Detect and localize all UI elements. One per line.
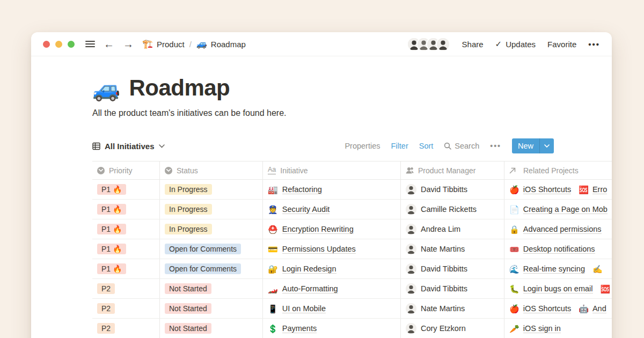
check-icon: ✓ bbox=[495, 39, 502, 49]
column-header-priority[interactable]: Priority bbox=[92, 161, 160, 179]
related-projects-cell[interactable]: 🎟️Desktop notifications bbox=[504, 239, 612, 259]
initiative-cell[interactable]: 💲Payments bbox=[263, 319, 401, 338]
breadcrumb-item-roadmap[interactable]: 🚙 Roadmap bbox=[196, 40, 246, 49]
product-manager-cell[interactable]: David Tibbitts bbox=[401, 279, 504, 298]
initiative-cell[interactable]: 🏭Refactoring bbox=[263, 180, 401, 199]
back-arrow-icon[interactable]: ← bbox=[104, 39, 114, 49]
table-row[interactable]: P1 🔥In Progress👮Security AuditCamille Ri… bbox=[92, 200, 612, 219]
priority-cell[interactable]: P1 🔥 bbox=[92, 239, 160, 259]
status-cell[interactable]: Not Started bbox=[160, 279, 263, 298]
related-project-link[interactable]: 🥕iOS sign in bbox=[509, 324, 561, 333]
product-manager-cell[interactable]: Nate Martins bbox=[401, 239, 504, 259]
status-cell[interactable]: Open for Comments bbox=[160, 239, 263, 259]
breadcrumb-item-product[interactable]: 🏗️ Product bbox=[142, 40, 185, 49]
column-header-status[interactable]: Status bbox=[160, 161, 263, 179]
table-row[interactable]: P2Not Started🏎️Auto-FormattingDavid Tibb… bbox=[92, 279, 612, 299]
initiative-link[interactable]: Auto-Formatting bbox=[282, 284, 338, 293]
initiative-link[interactable]: Encryption Rewriting bbox=[282, 225, 354, 234]
status-cell[interactable]: In Progress bbox=[160, 180, 263, 199]
related-project-link[interactable]: 🍎iOS Shortcuts bbox=[509, 304, 571, 313]
updates-button[interactable]: ✓ Updates bbox=[495, 39, 536, 49]
initiative-cell[interactable]: 🔐Login Redesign bbox=[263, 259, 401, 278]
initiative-cell[interactable]: 🏎️Auto-Formatting bbox=[263, 279, 401, 298]
status-cell[interactable]: Not Started bbox=[160, 299, 263, 318]
table-row[interactable]: P2Not Started💲PaymentsCory Etzkorn🥕iOS s… bbox=[92, 319, 612, 338]
table-row[interactable]: P1 🔥In Progress⛑️Encryption RewritingAnd… bbox=[92, 219, 612, 239]
collaborator-avatars[interactable] bbox=[407, 37, 450, 52]
related-project-link[interactable]: 🐛Login bugs on email bbox=[509, 284, 593, 293]
priority-cell[interactable]: P2 bbox=[92, 299, 160, 318]
more-options-icon[interactable]: ••• bbox=[588, 40, 600, 49]
priority-cell[interactable]: P1 🔥 bbox=[92, 219, 160, 239]
share-button[interactable]: Share bbox=[462, 40, 484, 49]
product-manager-cell[interactable]: David Tibbitts bbox=[401, 180, 504, 199]
priority-cell[interactable]: P2 bbox=[92, 279, 160, 298]
initiative-link[interactable]: Refactoring bbox=[282, 185, 322, 194]
forward-arrow-icon[interactable]: → bbox=[123, 39, 134, 49]
related-project-link[interactable]: 🌊Real-time syncing bbox=[509, 264, 585, 274]
initiative-link[interactable]: Security Audit bbox=[282, 205, 330, 214]
favorite-button[interactable]: Favorite bbox=[547, 40, 576, 49]
related-projects-cell[interactable]: 🥕iOS sign in bbox=[504, 319, 612, 338]
view-switcher[interactable]: All Initiatives bbox=[92, 142, 165, 151]
initiative-icon: 🏭 bbox=[268, 186, 278, 194]
initiative-link[interactable]: Login Redesign bbox=[282, 264, 336, 274]
related-projects-cell[interactable]: 🍎iOS Shortcuts🤖And bbox=[504, 299, 612, 318]
page-content: 🚙 Roadmap All the product team's initiat… bbox=[31, 76, 612, 154]
priority-cell[interactable]: P1 🔥 bbox=[92, 180, 160, 199]
sidebar-menu-icon[interactable] bbox=[85, 40, 95, 48]
related-project-link[interactable]: 🎟️Desktop notifications bbox=[509, 245, 595, 254]
table-row[interactable]: P1 🔥Open for Comments💳Permissions Update… bbox=[92, 239, 612, 259]
new-dropdown-icon[interactable] bbox=[539, 138, 554, 153]
page-icon-car[interactable]: 🚙 bbox=[92, 78, 120, 100]
status-cell[interactable]: In Progress bbox=[160, 219, 263, 239]
priority-cell[interactable]: P1 🔥 bbox=[92, 259, 160, 278]
product-manager-cell[interactable]: Cory Etzkorn bbox=[401, 319, 504, 338]
related-project-link[interactable]: 🔒Advanced permissions bbox=[509, 225, 602, 234]
product-manager-cell[interactable]: Camille Ricketts bbox=[401, 200, 504, 219]
sort-button[interactable]: Sort bbox=[419, 142, 434, 150]
product-manager-cell[interactable]: David Tibbitts bbox=[401, 259, 504, 278]
product-manager-cell[interactable]: Nate Martins bbox=[401, 299, 504, 318]
page-title-text[interactable]: Roadmap bbox=[129, 76, 230, 100]
new-button[interactable]: New bbox=[512, 138, 554, 153]
initiative-cell[interactable]: ⛑️Encryption Rewriting bbox=[263, 219, 401, 239]
related-projects-cell[interactable]: 📄Creating a Page on Mob bbox=[504, 200, 612, 219]
column-header-initiative[interactable]: Aa Initiative bbox=[263, 161, 401, 179]
related-project-link[interactable]: 🤖And bbox=[579, 304, 606, 313]
initiative-link[interactable]: UI on Mobile bbox=[282, 304, 326, 313]
initiative-cell[interactable]: 👮Security Audit bbox=[263, 200, 401, 219]
related-project-link[interactable]: ✍️ bbox=[592, 265, 603, 273]
status-cell[interactable]: Open for Comments bbox=[160, 259, 263, 278]
filter-button[interactable]: Filter bbox=[391, 142, 408, 150]
minimize-window-button[interactable] bbox=[55, 41, 62, 48]
close-window-button[interactable] bbox=[43, 41, 50, 48]
page-description[interactable]: All the product team's initiatives can b… bbox=[92, 108, 612, 119]
status-cell[interactable]: Not Started bbox=[160, 319, 263, 338]
column-header-related-projects[interactable]: Related Projects bbox=[504, 161, 612, 179]
priority-cell[interactable]: P1 🔥 bbox=[92, 200, 160, 219]
table-row[interactable]: P1 🔥In Progress🏭RefactoringDavid Tibbitt… bbox=[92, 180, 612, 200]
maximize-window-button[interactable] bbox=[68, 41, 75, 48]
table-row[interactable]: P1 🔥Open for Comments🔐Login RedesignDavi… bbox=[92, 259, 612, 279]
table-row[interactable]: P2Not Started📱UI on MobileNate Martins🍎i… bbox=[92, 299, 612, 319]
initiative-link[interactable]: Permissions Updates bbox=[282, 245, 356, 254]
related-projects-cell[interactable]: 🐛Login bugs on email🆘 bbox=[504, 279, 612, 298]
initiative-link[interactable]: Payments bbox=[282, 324, 317, 333]
priority-cell[interactable]: P2 bbox=[92, 319, 160, 338]
related-projects-cell[interactable]: 🌊Real-time syncing✍️ bbox=[504, 259, 612, 278]
related-project-link[interactable]: 🆘Erro bbox=[579, 185, 607, 194]
properties-button[interactable]: Properties bbox=[345, 142, 380, 150]
view-options-icon[interactable]: ••• bbox=[490, 142, 501, 150]
search-button[interactable]: Search bbox=[444, 142, 479, 150]
related-project-link[interactable]: 📄Creating a Page on Mob bbox=[509, 205, 608, 214]
initiative-cell[interactable]: 💳Permissions Updates bbox=[263, 239, 401, 259]
related-project-link[interactable]: 🆘 bbox=[601, 285, 611, 293]
related-project-link[interactable]: 🍎iOS Shortcuts bbox=[509, 185, 571, 194]
product-manager-cell[interactable]: Andrea Lim bbox=[401, 219, 504, 239]
related-projects-cell[interactable]: 🔒Advanced permissions bbox=[504, 219, 612, 239]
column-header-product-manager[interactable]: Product Manager bbox=[401, 161, 504, 179]
related-projects-cell[interactable]: 🍎iOS Shortcuts🆘Erro bbox=[504, 180, 612, 199]
initiative-cell[interactable]: 📱UI on Mobile bbox=[263, 299, 401, 318]
status-cell[interactable]: In Progress bbox=[160, 200, 263, 219]
